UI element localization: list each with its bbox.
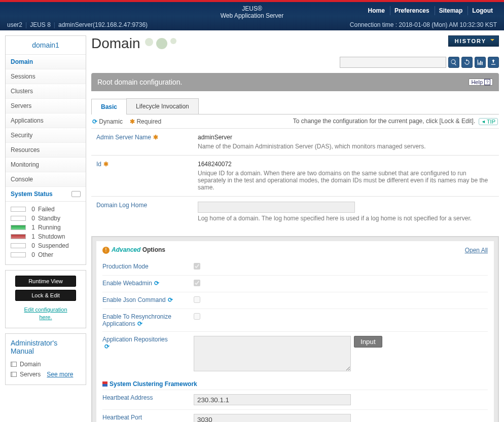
nav-console[interactable]: Console — [6, 172, 86, 187]
clustering-header: System Clustering Framework — [102, 375, 488, 390]
nav-home[interactable]: Home — [364, 6, 389, 15]
label-production-mode: Production Mode — [102, 263, 149, 270]
search-icon[interactable] — [448, 57, 459, 68]
desc-id: Unique ID for a domain. When there are t… — [198, 170, 494, 191]
label-app-repos: Application Repositories — [102, 336, 168, 343]
edit-config-link[interactable]: Edit configurationhere. — [11, 304, 81, 326]
system-status-icon[interactable] — [71, 191, 81, 197]
open-all-link[interactable]: Open All — [465, 247, 488, 254]
value-admin-server-name: adminServer — [198, 134, 494, 141]
tab-basic[interactable]: Basic — [91, 99, 127, 114]
advanced-options-header: !Advanced Options — [102, 246, 165, 254]
lock-edit-button[interactable]: Lock & Edit — [15, 290, 76, 301]
nav-preferences[interactable]: Preferences — [390, 6, 434, 15]
label-heartbeat-address: Heartbeat Address — [102, 394, 153, 401]
status-swatch — [11, 216, 26, 221]
nav-logout[interactable]: Logout — [467, 6, 497, 15]
input-button[interactable]: Input — [354, 336, 382, 348]
status-row-running: 1Running — [11, 223, 81, 232]
status-row-other: 0Other — [11, 250, 81, 259]
checkbox-enable-json[interactable] — [194, 296, 200, 303]
legend-dynamic: ⟳ Dynamic — [92, 118, 123, 125]
book-icon — [11, 372, 17, 377]
domain-title[interactable]: domain1 — [6, 36, 86, 55]
manual-servers[interactable]: Servers See more — [11, 369, 81, 379]
chart-icon[interactable] — [475, 57, 486, 68]
legend-required: ✱ Required — [130, 118, 161, 125]
manual-domain[interactable]: Domain — [11, 359, 81, 369]
decorative-bubbles — [145, 38, 176, 49]
help-button[interactable]: Help? — [469, 79, 493, 86]
flag-icon — [102, 381, 107, 387]
nav-security[interactable]: Security — [6, 128, 86, 143]
checkbox-enable-webadmin[interactable] — [194, 280, 200, 286]
textarea-app-repos[interactable] — [194, 336, 351, 371]
nav-clusters[interactable]: Clusters — [6, 84, 86, 99]
history-button[interactable]: HISTORY — [448, 35, 499, 47]
top-header: JEUS® Web Application Server Home Prefer… — [0, 2, 504, 30]
checkbox-enable-resync[interactable] — [194, 313, 200, 320]
banner-text: Root domain configuration. — [97, 78, 182, 86]
input-domain-log-home[interactable] — [198, 202, 355, 213]
status-swatch — [11, 225, 26, 230]
legend-hint: To change the configuration for the curr… — [293, 118, 476, 125]
label-enable-webadmin: Enable Webadmin — [102, 280, 152, 287]
nav-sessions[interactable]: Sessions — [6, 69, 86, 84]
nav-servers[interactable]: Servers — [6, 99, 86, 113]
status-swatch — [11, 243, 26, 248]
logo: JEUS® Web Application Server — [221, 5, 284, 19]
input-heartbeat-address[interactable] — [194, 394, 351, 405]
status-swatch — [11, 252, 26, 257]
checkbox-production-mode[interactable] — [194, 263, 200, 270]
nav-applications[interactable]: Applications — [6, 113, 86, 128]
desc-admin-server-name: Name of the Domain Administration Server… — [198, 143, 494, 150]
status-row-failed: 0Failed — [11, 205, 81, 214]
nav-sitemap[interactable]: Sitemap — [435, 6, 467, 15]
refresh-icon[interactable] — [461, 57, 473, 68]
runtime-view-button[interactable]: Runtime View — [15, 276, 76, 287]
export-icon[interactable] — [488, 57, 499, 68]
status-row-shutdown: 1Shutdown — [11, 232, 81, 241]
nav-monitoring[interactable]: Monitoring — [6, 158, 86, 172]
label-enable-json: Enable Json Command — [102, 296, 166, 303]
page-title: Domain — [91, 35, 176, 52]
nav-domain[interactable]: Domain — [6, 55, 86, 69]
label-domain-log-home: Domain Log Home — [96, 202, 147, 209]
label-enable-resync: Enable To Resynchronize Applications — [102, 313, 171, 327]
label-id: Id — [96, 161, 101, 168]
status-swatch — [11, 207, 26, 212]
system-status-header: System Status — [11, 190, 53, 198]
breadcrumb: user2|JEUS 8|adminServer(192.168.2.47:97… — [7, 21, 148, 28]
top-nav: Home Preferences Sitemap Logout — [364, 4, 497, 15]
label-admin-server-name: Admin Server Name — [96, 134, 151, 141]
tab-lifecycle[interactable]: Lifecycle Invocation — [126, 98, 199, 114]
status-row-standby: 0Standby — [11, 214, 81, 223]
book-icon — [11, 362, 17, 367]
value-id: 1648240072 — [198, 161, 494, 168]
input-heartbeat-port[interactable] — [194, 414, 351, 422]
status-swatch — [11, 234, 26, 239]
tip-chip[interactable]: TIP — [479, 118, 498, 125]
see-more-link[interactable]: See more — [47, 371, 73, 378]
status-row-suspended: 0Suspended — [11, 241, 81, 250]
desc-domain-log-home: Log home of a domain. The log home speci… — [198, 215, 494, 222]
manual-title: Administrator's Manual — [6, 334, 86, 357]
connection-time: Connection time : 2018-01-08 (Mon) AM 10… — [350, 21, 497, 28]
label-heartbeat-port: Heartbeat Port — [102, 414, 142, 421]
nav-resources[interactable]: Resources — [6, 143, 86, 158]
search-input[interactable] — [340, 57, 446, 68]
